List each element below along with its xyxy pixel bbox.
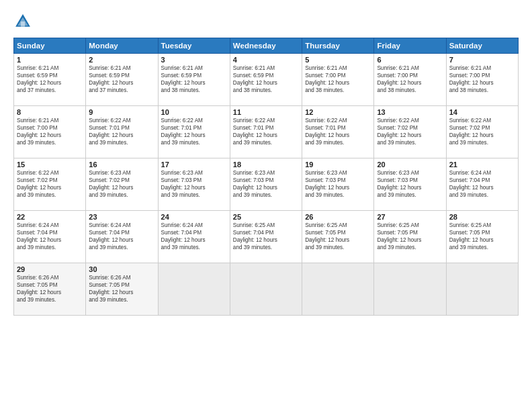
calendar-day-cell: 11Sunrise: 6:22 AM Sunset: 7:01 PM Dayli…: [230, 106, 302, 158]
calendar-page: SundayMondayTuesdayWednesdayThursdayFrid…: [0, 0, 532, 411]
day-number: 26: [305, 213, 371, 221]
calendar-week-row: 22Sunrise: 6:24 AM Sunset: 7:04 PM Dayli…: [14, 211, 519, 263]
calendar-day-header: Monday: [86, 38, 158, 54]
calendar-day-cell: 27Sunrise: 6:25 AM Sunset: 7:05 PM Dayli…: [374, 211, 446, 263]
day-info: Sunrise: 6:21 AM Sunset: 6:59 PM Dayligh…: [233, 64, 299, 94]
calendar-day-cell: [302, 263, 374, 316]
calendar-day-cell: 16Sunrise: 6:23 AM Sunset: 7:02 PM Dayli…: [86, 158, 158, 211]
calendar-day-cell: 17Sunrise: 6:23 AM Sunset: 7:03 PM Dayli…: [158, 158, 230, 211]
calendar-day-cell: 14Sunrise: 6:22 AM Sunset: 7:02 PM Dayli…: [446, 106, 518, 158]
day-number: 14: [449, 108, 515, 116]
day-number: 9: [89, 108, 154, 116]
day-info: Sunrise: 6:25 AM Sunset: 7:05 PM Dayligh…: [305, 222, 371, 251]
calendar-day-header: Saturday: [446, 38, 518, 54]
day-number: 15: [17, 161, 83, 169]
day-number: 25: [233, 213, 299, 221]
calendar-day-cell: [374, 263, 446, 316]
day-info: Sunrise: 6:24 AM Sunset: 7:04 PM Dayligh…: [449, 169, 515, 199]
day-info: Sunrise: 6:22 AM Sunset: 7:02 PM Dayligh…: [377, 117, 443, 146]
day-number: 12: [305, 108, 371, 116]
calendar-day-header: Tuesday: [158, 38, 230, 54]
day-number: 6: [377, 56, 443, 64]
calendar-header-row: SundayMondayTuesdayWednesdayThursdayFrid…: [14, 38, 519, 54]
calendar-day-cell: 1Sunrise: 6:21 AM Sunset: 6:59 PM Daylig…: [14, 54, 86, 106]
calendar-day-cell: 10Sunrise: 6:22 AM Sunset: 7:01 PM Dayli…: [158, 106, 230, 158]
day-info: Sunrise: 6:22 AM Sunset: 7:01 PM Dayligh…: [161, 117, 227, 146]
calendar-table: SundayMondayTuesdayWednesdayThursdayFrid…: [13, 38, 519, 316]
day-number: 3: [161, 56, 227, 64]
day-number: 30: [89, 265, 154, 273]
calendar-week-row: 15Sunrise: 6:22 AM Sunset: 7:02 PM Dayli…: [14, 158, 519, 211]
calendar-day-cell: 23Sunrise: 6:24 AM Sunset: 7:04 PM Dayli…: [86, 211, 158, 263]
calendar-week-row: 29Sunrise: 6:26 AM Sunset: 7:05 PM Dayli…: [14, 263, 519, 316]
calendar-day-cell: 9Sunrise: 6:22 AM Sunset: 7:01 PM Daylig…: [86, 106, 158, 158]
day-number: 18: [233, 161, 299, 169]
day-number: 11: [233, 108, 299, 116]
day-number: 27: [377, 213, 443, 221]
calendar-day-cell: 2Sunrise: 6:21 AM Sunset: 6:59 PM Daylig…: [86, 54, 158, 106]
calendar-day-cell: 22Sunrise: 6:24 AM Sunset: 7:04 PM Dayli…: [14, 211, 86, 263]
day-number: 19: [305, 161, 371, 169]
day-number: 1: [17, 56, 83, 64]
day-info: Sunrise: 6:23 AM Sunset: 7:03 PM Dayligh…: [305, 169, 371, 199]
day-number: 21: [449, 161, 515, 169]
calendar-day-cell: 21Sunrise: 6:24 AM Sunset: 7:04 PM Dayli…: [446, 158, 518, 211]
day-number: 4: [233, 56, 299, 64]
calendar-day-cell: 13Sunrise: 6:22 AM Sunset: 7:02 PM Dayli…: [374, 106, 446, 158]
calendar-day-cell: [158, 263, 230, 316]
day-info: Sunrise: 6:24 AM Sunset: 7:04 PM Dayligh…: [161, 222, 227, 251]
calendar-day-cell: 6Sunrise: 6:21 AM Sunset: 7:00 PM Daylig…: [374, 54, 446, 106]
calendar-day-cell: 8Sunrise: 6:21 AM Sunset: 7:00 PM Daylig…: [14, 106, 86, 158]
day-number: 8: [17, 108, 83, 116]
day-number: 7: [449, 56, 515, 64]
calendar-day-cell: 30Sunrise: 6:26 AM Sunset: 7:05 PM Dayli…: [86, 263, 158, 316]
calendar-day-cell: 29Sunrise: 6:26 AM Sunset: 7:05 PM Dayli…: [14, 263, 86, 316]
day-info: Sunrise: 6:21 AM Sunset: 7:00 PM Dayligh…: [449, 64, 515, 94]
calendar-week-row: 1Sunrise: 6:21 AM Sunset: 6:59 PM Daylig…: [14, 54, 519, 106]
day-number: 24: [161, 213, 227, 221]
day-info: Sunrise: 6:21 AM Sunset: 6:59 PM Dayligh…: [17, 64, 83, 94]
day-info: Sunrise: 6:21 AM Sunset: 7:00 PM Dayligh…: [305, 64, 371, 94]
calendar-day-cell: 7Sunrise: 6:21 AM Sunset: 7:00 PM Daylig…: [446, 54, 518, 106]
calendar-day-cell: 28Sunrise: 6:25 AM Sunset: 7:05 PM Dayli…: [446, 211, 518, 263]
calendar-week-row: 8Sunrise: 6:21 AM Sunset: 7:00 PM Daylig…: [14, 106, 519, 158]
day-info: Sunrise: 6:22 AM Sunset: 7:01 PM Dayligh…: [233, 117, 299, 146]
day-number: 17: [161, 161, 227, 169]
day-info: Sunrise: 6:26 AM Sunset: 7:05 PM Dayligh…: [89, 274, 154, 304]
day-info: Sunrise: 6:21 AM Sunset: 6:59 PM Dayligh…: [89, 64, 154, 94]
calendar-day-cell: [446, 263, 518, 316]
day-info: Sunrise: 6:22 AM Sunset: 7:02 PM Dayligh…: [449, 117, 515, 146]
calendar-day-cell: 24Sunrise: 6:24 AM Sunset: 7:04 PM Dayli…: [158, 211, 230, 263]
calendar-day-cell: 3Sunrise: 6:21 AM Sunset: 6:59 PM Daylig…: [158, 54, 230, 106]
calendar-day-header: Friday: [374, 38, 446, 54]
logo: [13, 12, 35, 31]
day-info: Sunrise: 6:25 AM Sunset: 7:04 PM Dayligh…: [233, 222, 299, 251]
calendar-day-cell: 26Sunrise: 6:25 AM Sunset: 7:05 PM Dayli…: [302, 211, 374, 263]
day-number: 23: [89, 213, 154, 221]
calendar-day-cell: 18Sunrise: 6:23 AM Sunset: 7:03 PM Dayli…: [230, 158, 302, 211]
day-info: Sunrise: 6:23 AM Sunset: 7:03 PM Dayligh…: [377, 169, 443, 199]
calendar-day-cell: 12Sunrise: 6:22 AM Sunset: 7:01 PM Dayli…: [302, 106, 374, 158]
day-info: Sunrise: 6:22 AM Sunset: 7:01 PM Dayligh…: [89, 117, 154, 146]
day-number: 28: [449, 213, 515, 221]
day-info: Sunrise: 6:25 AM Sunset: 7:05 PM Dayligh…: [377, 222, 443, 251]
day-number: 20: [377, 161, 443, 169]
day-number: 5: [305, 56, 371, 64]
day-info: Sunrise: 6:21 AM Sunset: 7:00 PM Dayligh…: [377, 64, 443, 94]
calendar-day-header: Wednesday: [230, 38, 302, 54]
day-number: 2: [89, 56, 154, 64]
day-info: Sunrise: 6:21 AM Sunset: 6:59 PM Dayligh…: [161, 64, 227, 94]
calendar-day-cell: 19Sunrise: 6:23 AM Sunset: 7:03 PM Dayli…: [302, 158, 374, 211]
calendar-day-cell: 20Sunrise: 6:23 AM Sunset: 7:03 PM Dayli…: [374, 158, 446, 211]
header: [13, 12, 519, 31]
svg-rect-2: [21, 21, 25, 27]
day-info: Sunrise: 6:22 AM Sunset: 7:02 PM Dayligh…: [17, 169, 83, 199]
day-number: 29: [17, 265, 83, 273]
day-info: Sunrise: 6:26 AM Sunset: 7:05 PM Dayligh…: [17, 274, 83, 304]
day-info: Sunrise: 6:23 AM Sunset: 7:02 PM Dayligh…: [89, 169, 154, 199]
day-number: 16: [89, 161, 154, 169]
day-info: Sunrise: 6:25 AM Sunset: 7:05 PM Dayligh…: [449, 222, 515, 251]
day-info: Sunrise: 6:22 AM Sunset: 7:01 PM Dayligh…: [305, 117, 371, 146]
calendar-day-header: Sunday: [14, 38, 86, 54]
day-info: Sunrise: 6:23 AM Sunset: 7:03 PM Dayligh…: [233, 169, 299, 199]
